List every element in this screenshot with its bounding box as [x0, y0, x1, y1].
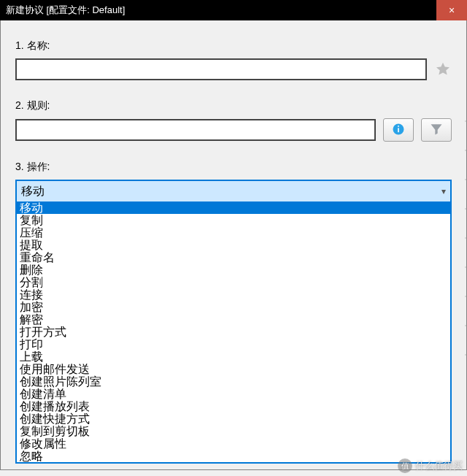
- info-icon: [391, 122, 406, 139]
- action-option[interactable]: 修改属性: [17, 437, 450, 450]
- name-label: 1. 名称:: [15, 39, 452, 53]
- action-option[interactable]: 打印: [17, 338, 450, 350]
- window-title: 新建协议 [配置文件: Default]: [6, 4, 125, 17]
- action-option[interactable]: 加密: [17, 301, 450, 313]
- action-option[interactable]: 创建照片陈列室: [17, 375, 450, 388]
- action-option[interactable]: 重命名: [17, 251, 450, 264]
- star-icon[interactable]: [434, 61, 452, 78]
- watermark-badge: 值: [398, 458, 412, 473]
- action-dropdown-list[interactable]: 移动复制压缩提取重命名删除分割连接加密解密打开方式打印上载使用邮件发送创建照片陈…: [17, 201, 450, 462]
- rule-label: 2. 规则:: [15, 99, 452, 112]
- titlebar: 新建协议 [配置文件: Default] ×: [0, 0, 467, 20]
- action-option[interactable]: 打开方式: [17, 326, 450, 338]
- action-option[interactable]: 压缩: [17, 226, 450, 239]
- rule-input[interactable]: [15, 119, 376, 141]
- action-selected-text: 移动: [21, 184, 45, 199]
- dialog-body: 1. 名称: 2. 规则: 3. 操作: 移动 ▾ 移动复制压缩提取重命名删除分…: [0, 20, 467, 470]
- action-option[interactable]: 创建播放列表: [17, 400, 450, 412]
- action-option[interactable]: 分割: [17, 276, 450, 288]
- action-option[interactable]: 移动: [17, 201, 450, 214]
- rule-info-button[interactable]: [383, 118, 414, 142]
- rule-row: [15, 118, 452, 142]
- rule-filter-button[interactable]: [421, 118, 452, 142]
- chevron-down-icon: ▾: [441, 186, 446, 196]
- action-label: 3. 操作:: [15, 161, 452, 174]
- action-option[interactable]: 上载: [17, 350, 450, 363]
- action-option[interactable]: 删除: [17, 264, 450, 276]
- close-button[interactable]: ×: [436, 0, 467, 20]
- funnel-icon: [429, 122, 444, 139]
- action-dropdown-display[interactable]: 移动 ▾: [17, 181, 450, 201]
- action-option[interactable]: 使用邮件发送: [17, 363, 450, 375]
- action-dropdown[interactable]: 移动 ▾ 移动复制压缩提取重命名删除分割连接加密解密打开方式打印上载使用邮件发送…: [15, 180, 452, 464]
- action-option[interactable]: 创建快捷方式: [17, 412, 450, 425]
- watermark-text: 什么值得买: [415, 459, 463, 472]
- watermark: 值 什么值得买: [398, 458, 463, 473]
- action-option[interactable]: 忽略: [17, 450, 450, 462]
- svg-rect-2: [398, 126, 399, 127]
- close-icon: ×: [449, 4, 455, 16]
- action-option[interactable]: 复制到剪切板: [17, 425, 450, 437]
- action-option[interactable]: 提取: [17, 239, 450, 251]
- action-option[interactable]: 连接: [17, 288, 450, 301]
- name-row: [15, 58, 452, 80]
- name-input[interactable]: [15, 58, 427, 80]
- action-option[interactable]: 创建清单: [17, 388, 450, 400]
- svg-rect-1: [398, 128, 399, 132]
- action-option[interactable]: 复制: [17, 214, 450, 226]
- action-option[interactable]: 解密: [17, 313, 450, 326]
